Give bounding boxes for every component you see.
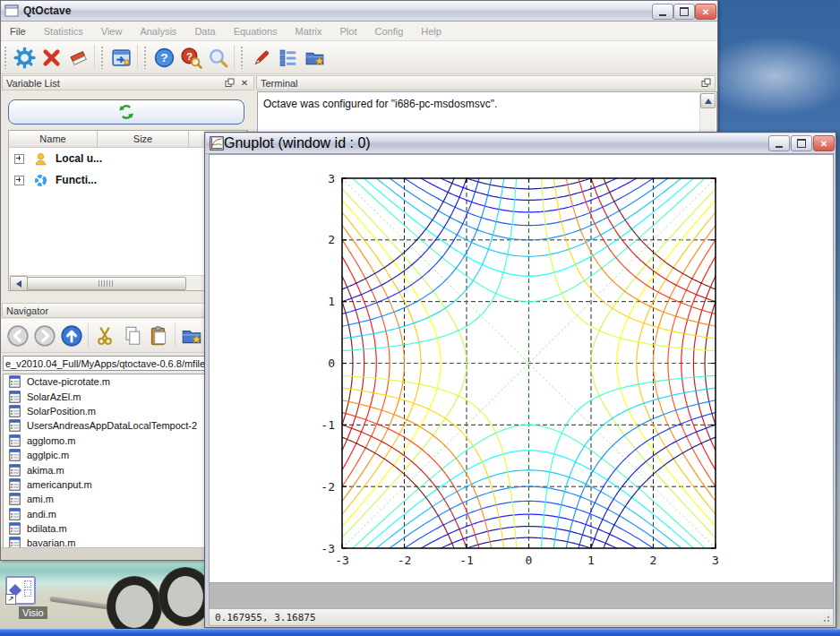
file-name: bdilata.m	[27, 523, 67, 534]
y-tick-label: 2	[328, 233, 335, 246]
forward-button[interactable]	[31, 322, 58, 349]
gnuplot-close-button[interactable]: ✕	[813, 135, 835, 151]
menu-plot[interactable]: Plot	[331, 26, 366, 37]
file-name: akima.m	[27, 465, 64, 476]
menu-analysis[interactable]: Analysis	[131, 26, 185, 37]
eraser-button[interactable]	[64, 44, 91, 71]
visio-shape	[24, 580, 31, 588]
expand-plus-icon[interactable]	[14, 154, 24, 164]
float-panel-icon[interactable]	[224, 78, 235, 89]
scroll-left-button[interactable]	[10, 276, 28, 291]
menu-equations[interactable]: Equations	[225, 26, 287, 37]
mfile-icon	[9, 464, 21, 477]
menu-config[interactable]: Config	[365, 26, 412, 37]
menu-view[interactable]: View	[92, 26, 132, 37]
close-button[interactable]: ✕	[695, 4, 716, 20]
menu-data[interactable]: Data	[185, 26, 224, 37]
help-button[interactable]: ?	[150, 44, 177, 71]
up-icon	[60, 324, 83, 348]
list-icon	[277, 47, 299, 69]
file-name: ami.m	[27, 494, 54, 504]
help-search-button[interactable]: ?	[177, 44, 204, 71]
x-tick-label: 1	[587, 554, 595, 567]
tree-item-label: Functi...	[56, 174, 97, 186]
shortcut-arrow-icon: ↗	[5, 594, 16, 605]
qtoctave-titlebar[interactable]: QtOctave ✕	[1, 1, 717, 21]
gnuplot-plot-area: -3-2-10123-3-2-10123	[209, 154, 834, 583]
cursor-coordinates: 0.167955, 3.16875	[215, 612, 316, 623]
up-button[interactable]	[58, 322, 85, 349]
screen: ↗ Visio QtOctave ✕ FileStatisticsViewAna…	[0, 0, 840, 636]
close-red-button[interactable]	[38, 44, 64, 71]
gnuplot-minimize-button[interactable]	[768, 135, 790, 151]
file-name: andi.m	[27, 509, 56, 520]
list-button[interactable]	[274, 44, 301, 71]
y-tick-label: -2	[321, 480, 335, 494]
toolbar-separator	[175, 323, 176, 348]
file-name: Octave-picrotate.m	[27, 376, 110, 387]
y-tick-label: 3	[328, 172, 335, 185]
expand-plus-icon[interactable]	[14, 176, 24, 185]
menu-help[interactable]: Help	[412, 26, 450, 37]
tree-item-label: Local u...	[56, 152, 102, 165]
toolbar-separator	[234, 45, 235, 70]
terminal-header[interactable]: Terminal	[256, 75, 716, 90]
copy-icon	[120, 324, 143, 348]
gnuplot-maximize-button[interactable]	[791, 135, 812, 151]
minimize-button[interactable]	[652, 4, 673, 20]
menu-matrix[interactable]: Matrix	[287, 26, 331, 37]
back-icon	[6, 324, 30, 348]
eraser-icon	[67, 47, 90, 69]
gnuplot-titlebar[interactable]: Gnuplot (window id : 0) ✕	[206, 133, 835, 154]
menu-statistics[interactable]: Statistics	[35, 26, 92, 37]
variable-list-header[interactable]: Variable List ✕	[2, 75, 254, 90]
navigator-title: Navigator	[6, 305, 48, 316]
visio-shortcut-icon[interactable]: ↗	[5, 576, 36, 605]
maximize-button[interactable]	[673, 4, 695, 20]
folder-star-button[interactable]	[301, 44, 328, 71]
qtoctave-title: QtOctave	[23, 4, 71, 17]
mfile-icon	[9, 493, 21, 505]
refresh-variables-button[interactable]	[8, 99, 244, 125]
toolbar-drag-handle[interactable]	[4, 46, 8, 69]
toolbar-separator	[94, 45, 95, 70]
pen-button[interactable]	[247, 44, 274, 71]
gear-button[interactable]	[11, 44, 38, 71]
run-table-button[interactable]	[107, 44, 134, 71]
help-search-icon: ?	[180, 47, 202, 69]
toolbar-separator	[137, 45, 138, 70]
scroll-up-button[interactable]	[700, 93, 716, 108]
close-panel-icon[interactable]: ✕	[239, 78, 250, 89]
paste-icon	[147, 324, 170, 348]
x-tick-label: -1	[459, 554, 474, 567]
toolbar-drag-handle[interactable]	[100, 46, 105, 69]
terminal-title: Terminal	[261, 78, 298, 89]
main-toolbar: ??	[1, 41, 717, 74]
column-header-name[interactable]: Name	[9, 131, 98, 147]
terminal-output-text: Octave was configured for "i686-pc-msdos…	[263, 98, 497, 110]
gnuplot-title: Gnuplot (window id : 0)	[224, 135, 371, 151]
toolbar-drag-handle[interactable]	[143, 46, 148, 69]
wheel	[107, 577, 161, 636]
gnuplot-app-icon	[210, 136, 224, 150]
copy-button[interactable]	[118, 322, 145, 349]
float-panel-icon[interactable]	[700, 78, 711, 89]
mfile-icon	[9, 508, 21, 520]
cut-button[interactable]	[91, 322, 118, 349]
cut-icon	[93, 324, 116, 348]
file-name: americanput.m	[27, 479, 92, 490]
paste-button[interactable]	[145, 322, 172, 349]
scroll-thumb[interactable]	[27, 277, 186, 290]
column-header-size[interactable]: Size	[98, 131, 189, 147]
taskbar[interactable]	[0, 629, 840, 636]
folder-star-button[interactable]	[178, 322, 205, 349]
back-button[interactable]	[4, 322, 31, 349]
file-name: agglpic.m	[27, 450, 69, 460]
mfile-icon	[9, 391, 21, 403]
toolbar-drag-handle[interactable]	[240, 46, 244, 69]
zoom-button[interactable]	[204, 44, 231, 71]
resize-grip[interactable]	[819, 612, 831, 623]
mfile-icon	[9, 449, 21, 461]
menu-file[interactable]: File	[1, 26, 35, 37]
mfile-icon	[9, 522, 21, 535]
